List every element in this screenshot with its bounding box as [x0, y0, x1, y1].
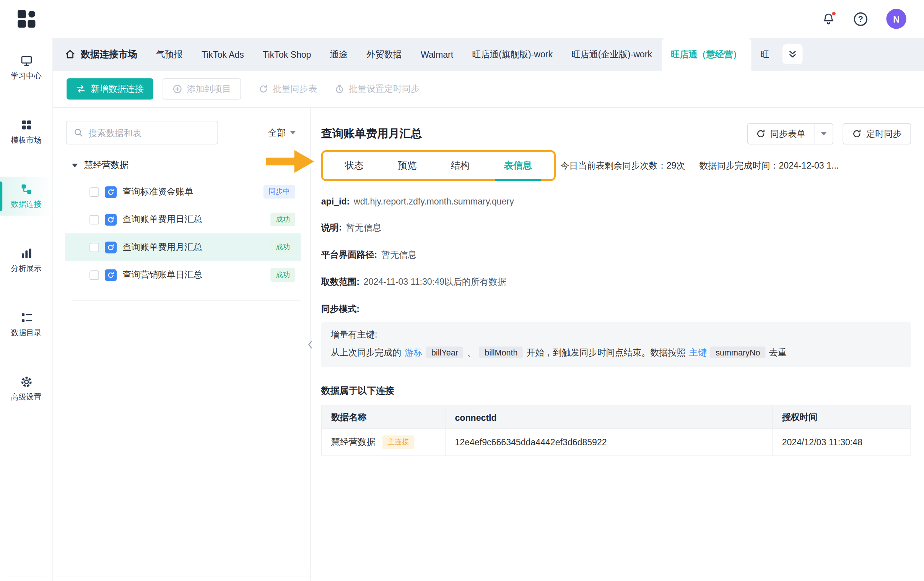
sidebar-item-data-connection[interactable]: 数据连接	[0, 176, 53, 216]
sidebar-item-analysis-display[interactable]: 分析展示	[0, 241, 53, 280]
tree-group-label: 慧经营数据	[84, 160, 129, 171]
tab-tiktok-ads[interactable]: TikTok Ads	[192, 38, 253, 71]
new-data-connection-button[interactable]: 新增数据连接	[66, 78, 153, 99]
sync-mode-box: 增量有主键: 从上次同步完成的游标 billYear 、 billMonth 开…	[321, 322, 911, 367]
sync-table-icon	[105, 241, 117, 253]
sidebar-item-advanced-settings[interactable]: 高级设置	[0, 370, 53, 408]
refresh-icon	[259, 84, 268, 94]
app-logo[interactable]	[18, 10, 35, 28]
plus-circle-icon	[173, 84, 182, 94]
field-platform-path: 平台界面路径: 暂无信息	[321, 249, 911, 260]
scheduled-sync-label: 定时同步	[866, 128, 901, 139]
field-value: 暂无信息	[346, 222, 381, 233]
tab-tongtu[interactable]: 通途	[320, 38, 357, 71]
caret-down-icon	[290, 131, 295, 134]
table-row[interactable]: 慧经营数据主连接 12e4ef9c666345dda4442ef3d6d8592…	[322, 429, 911, 455]
table-detail-panel: 查询账单费用月汇总 同步表单	[310, 108, 924, 581]
sync-table-icon	[105, 214, 117, 225]
tab-market-label: 数据连接市场	[81, 48, 137, 60]
sync-mode-text: 、	[467, 347, 476, 358]
tab-wdt-truncated[interactable]: 旺	[751, 38, 779, 71]
search-row: 全部	[53, 121, 310, 145]
field-value: wdt.hjy.report.zdfy.month.summary.query	[354, 196, 514, 206]
tab-wdt-flagship[interactable]: 旺店通(旗舰版)-work	[463, 38, 562, 71]
field-label: 平台界面路径:	[321, 249, 377, 260]
sidebar-item-label: 分析展示	[11, 263, 42, 274]
cell-connect-id: 12e4ef9c666345dda4442ef3d6d85922	[445, 429, 772, 455]
avatar[interactable]: N	[886, 9, 906, 29]
list-item-bill-fee-monthly[interactable]: 查询账单费用月汇总 成功	[64, 233, 301, 261]
sync-table-icon	[105, 186, 117, 198]
search-icon	[74, 128, 83, 138]
search-input[interactable]	[88, 128, 210, 138]
row-checkbox[interactable]	[89, 242, 99, 252]
status-badge: 同步中	[264, 185, 295, 198]
bar-chart-icon	[20, 247, 33, 260]
list-item-standard-funds-bill[interactable]: 查询标准资金账单 同步中	[64, 178, 301, 206]
list-item-bill-fee-daily[interactable]: 查询账单费用日汇总 成功	[64, 206, 301, 233]
tab-structure[interactable]: 结构	[434, 152, 487, 179]
batch-sync-tables-button[interactable]: 批量同步表	[259, 83, 317, 94]
tab-market-home[interactable]: 数据连接市场	[64, 38, 137, 71]
tab-tiktok-shop[interactable]: TikTok Shop	[253, 38, 320, 71]
sidebar-item-learning-center[interactable]: 学习中心	[0, 48, 53, 87]
filter-value: 全部	[268, 127, 286, 138]
list-item-label: 查询账单费用日汇总	[122, 214, 202, 225]
field-value: 2024-11-03 11:30:49以后的所有数据	[364, 277, 507, 288]
list-item-label: 查询标准资金账单	[122, 186, 193, 197]
tab-wdt-enterprise[interactable]: 旺店通(企业版)-work	[562, 38, 662, 71]
sidebar-item-data-catalog[interactable]: 数据目录	[0, 305, 53, 344]
tree-divider	[72, 300, 301, 301]
field-value: 暂无信息	[381, 249, 416, 260]
tab-weather[interactable]: 气预报	[147, 38, 192, 71]
detail-header: 查询账单费用月汇总 同步表单	[321, 123, 911, 144]
grid-icon	[20, 119, 33, 132]
sync-mode-description: 从上次同步完成的游标 billYear 、 billMonth 开始，到触发同步…	[330, 346, 901, 358]
tab-preview[interactable]: 预览	[381, 152, 434, 179]
field-label: 取数范围:	[321, 277, 360, 288]
sidebar-item-template-market[interactable]: 模板市场	[0, 112, 53, 151]
batch-schedule-sync-button[interactable]: 批量设置定时同步	[335, 83, 419, 94]
annotation-highlight-box: 状态 预览 结构 表信息	[321, 150, 556, 181]
tab-foreign-trade[interactable]: 外贸数据	[357, 38, 411, 71]
row-checkbox[interactable]	[89, 270, 99, 280]
row-checkbox[interactable]	[89, 215, 99, 224]
cell-data-name: 慧经营数据主连接	[322, 429, 446, 455]
scheduled-sync-button[interactable]: 定时同步	[843, 123, 911, 144]
home-icon	[64, 49, 75, 59]
detail-fields: api_id: wdt.hjy.report.zdfy.month.summar…	[321, 196, 911, 314]
bell-icon[interactable]	[822, 12, 835, 25]
tab-status[interactable]: 状态	[328, 152, 381, 179]
chevron-double-down-icon[interactable]	[782, 44, 802, 64]
list-item-marketing-bill-daily[interactable]: 查询营销账单日汇总 成功	[64, 261, 301, 289]
sync-mode-text: 开始，到触发同步时间点结束。数据按照	[526, 347, 686, 358]
tab-walmart[interactable]: Walmart	[411, 38, 462, 71]
flow-icon	[20, 183, 33, 196]
sync-form-button[interactable]: 同步表单	[748, 124, 814, 144]
tab-table-info[interactable]: 表信息	[487, 152, 549, 179]
sync-form-dropdown-caret[interactable]	[814, 124, 833, 144]
column-header-name: 数据名称	[322, 406, 446, 428]
cursor-link[interactable]: 游标	[405, 347, 422, 358]
belongs-heading: 数据属于以下连接	[321, 385, 911, 397]
tab-wdt-huijingying[interactable]: 旺店通（慧经营）	[662, 38, 751, 71]
filter-dropdown[interactable]: 全部	[268, 127, 298, 138]
batch-sync-tables-label: 批量同步表	[273, 83, 317, 94]
batch-schedule-sync-label: 批量设置定时同步	[349, 83, 419, 94]
caret-down-icon	[72, 164, 78, 167]
monitor-icon	[20, 54, 33, 67]
add-to-project-label: 添加到项目	[186, 83, 231, 94]
tree-group-huijingying[interactable]: 慧经营数据	[53, 160, 310, 178]
help-icon[interactable]: ?	[854, 12, 867, 26]
collapse-panel-handle[interactable]	[306, 331, 314, 357]
sync-mode-text: 从上次同步完成的	[330, 347, 401, 358]
primary-key-link[interactable]: 主键	[689, 347, 707, 358]
status-badge: 成功	[271, 268, 295, 281]
app-window: ? N 学习中心 模板市场 数据连接 分析展示	[0, 0, 924, 581]
add-to-project-button[interactable]: 添加到项目	[163, 78, 241, 99]
sync-form-split-button: 同步表单	[747, 123, 833, 144]
sidebar-item-label: 模板市场	[11, 135, 42, 146]
row-checkbox[interactable]	[89, 187, 99, 196]
column-header-authtime: 授权时间	[772, 406, 911, 428]
refresh-icon	[756, 129, 766, 139]
